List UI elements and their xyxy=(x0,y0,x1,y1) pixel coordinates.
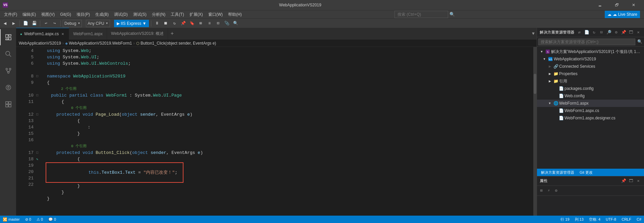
collapse-namespace[interactable]: □ xyxy=(36,74,38,78)
status-lang[interactable]: C# xyxy=(634,216,644,223)
toolbar-btn-3[interactable]: ↻ xyxy=(171,20,178,27)
menu-build[interactable]: 生成(B) xyxy=(93,10,111,19)
menu-git[interactable]: Git(G) xyxy=(57,10,74,19)
save-button[interactable]: 💾 xyxy=(31,20,38,27)
menu-project[interactable]: 项目(P) xyxy=(74,10,93,19)
refresh-button[interactable]: ↻ xyxy=(591,30,597,36)
properties-button[interactable]: ⚙ xyxy=(613,30,619,36)
tree-packages-config[interactable]: 📄 packages.config xyxy=(537,85,644,92)
menu-edit[interactable]: 编辑(E) xyxy=(20,10,39,19)
menu-window[interactable]: 窗口(W) xyxy=(206,10,225,19)
status-crlf[interactable]: CRLF xyxy=(619,216,634,223)
prop-btn-3[interactable]: ⚙ xyxy=(553,188,559,194)
menu-test[interactable]: 测试(S) xyxy=(130,10,149,19)
status-col[interactable]: 列 13 xyxy=(572,216,586,223)
tree-web-config[interactable]: 📄 Web.config xyxy=(537,92,644,100)
toolbar-btn-4[interactable]: 📌 xyxy=(179,20,187,27)
show-all-files-button[interactable]: 📄 xyxy=(584,30,590,36)
collapse-all-button[interactable]: ⊟ xyxy=(598,30,604,36)
run-button[interactable]: ▶ IIS Express ▼ xyxy=(114,20,149,27)
toolbar-btn-5[interactable]: 🔖 xyxy=(188,20,196,27)
toolbar-btn-8[interactable]: ⊡ xyxy=(214,20,222,27)
undo-button[interactable]: ↩ xyxy=(42,20,50,27)
tree-connected-services[interactable]: ▶ 🔗 Connected Services xyxy=(537,63,644,70)
live-share-button[interactable]: ☁ ☁ Live Share xyxy=(605,11,640,18)
new-button[interactable]: 📄 xyxy=(22,20,29,27)
menu-view[interactable]: 视图(V) xyxy=(39,10,57,19)
tree-expand-webform[interactable]: ▼ xyxy=(547,101,552,106)
activity-debug[interactable] xyxy=(0,79,16,96)
code-content[interactable]: using System.Web; using System.Web.UI; u… xyxy=(42,47,533,223)
prop-btn-2[interactable]: ⚡ xyxy=(546,188,552,194)
tree-expand-ref[interactable]: ▶ xyxy=(547,78,552,84)
properties-pin[interactable]: 📌 xyxy=(621,178,627,184)
minimize-button[interactable]: 🗕 xyxy=(592,0,608,10)
collapse-btn1click[interactable]: □ xyxy=(36,151,38,155)
tab-add-button[interactable]: + xyxy=(168,28,177,40)
tree-expand-props[interactable]: ▶ xyxy=(547,71,552,76)
menu-analyze[interactable]: 分析(N) xyxy=(149,10,168,19)
tree-webform1-designer[interactable]: 📄 WebForm1.aspx.designer.cs xyxy=(537,114,644,122)
forward-button[interactable]: ▶ xyxy=(10,20,17,27)
activity-search[interactable] xyxy=(0,46,16,62)
close-panel-button[interactable]: ✕ xyxy=(635,30,641,36)
config-dropdown[interactable]: Debug ▼ xyxy=(63,20,82,27)
toolbar-btn-6[interactable]: ⊞ xyxy=(197,20,204,27)
toolbar-btn-7[interactable]: ≡ xyxy=(206,20,213,27)
solution-explorer-tab[interactable]: 解决方案资源管理器 xyxy=(540,170,576,175)
redo-button[interactable]: ↪ xyxy=(51,20,58,27)
tab-close-aspx-cs[interactable]: ✕ xyxy=(61,32,65,36)
tab-overflow-button[interactable]: ▼ xyxy=(530,28,537,40)
tree-expand-solution[interactable]: ▼ xyxy=(539,49,544,54)
tab-webform1-aspx-cs[interactable]: ● WebForm1.aspx.cs ✕ xyxy=(16,28,69,40)
solution-search-input[interactable] xyxy=(538,39,635,45)
maximize-button[interactable]: 🗖 xyxy=(628,30,634,36)
platform-dropdown[interactable]: Any CPU ▼ xyxy=(86,20,110,27)
activity-explorer[interactable] xyxy=(0,29,16,45)
menu-extensions[interactable]: 扩展(X) xyxy=(187,10,206,19)
toolbar-btn-1[interactable]: ⏸ xyxy=(153,20,161,27)
status-git[interactable]: 🔀 master xyxy=(0,216,22,223)
status-messages[interactable]: 💬 0 xyxy=(46,216,59,223)
editor-scrollbar[interactable] xyxy=(533,47,537,223)
menu-tools[interactable]: 工具(T) xyxy=(168,10,186,19)
restore-button[interactable]: 🗗 xyxy=(609,0,625,10)
menu-file[interactable]: 文件(F) xyxy=(1,10,20,19)
close-button[interactable]: ✕ xyxy=(626,0,641,10)
tab-overview[interactable]: WebApplicationVS2019: 概述 xyxy=(107,28,168,40)
toolbar-btn-9[interactable]: 📎 xyxy=(223,20,230,27)
status-encoding[interactable]: UTF-8 xyxy=(603,216,619,223)
properties-close[interactable]: ✕ xyxy=(635,178,641,184)
collapse-pageload[interactable]: □ xyxy=(36,113,38,116)
back-button[interactable]: ◀ xyxy=(1,20,9,27)
toolbar-btn-10[interactable]: 🔍 xyxy=(232,20,239,27)
filter-button[interactable]: 🔎 xyxy=(606,30,612,36)
status-spaces[interactable]: 空格: 4 xyxy=(586,216,603,223)
sync-button[interactable]: ⇄ xyxy=(576,30,582,36)
breadcrumb-project[interactable]: WebApplicationVS2019 xyxy=(19,41,61,46)
breadcrumb-method[interactable]: ⬡ Button1_Click(object sender, EventArgs… xyxy=(136,41,216,46)
tree-root-solution[interactable]: ▼ S 解决方案'WebApplicationVS2019'(1 个项目/共 1… xyxy=(537,48,644,55)
status-ln[interactable]: 行 19 xyxy=(558,216,572,223)
git-changes-tab[interactable]: Git 更改 xyxy=(578,170,594,175)
status-errors[interactable]: ⊘ 0 xyxy=(22,216,34,223)
properties-max[interactable]: 🗖 xyxy=(628,178,634,184)
search-input[interactable] xyxy=(394,11,448,18)
prop-btn-1[interactable]: ⊞ xyxy=(538,188,544,194)
breadcrumb-namespace[interactable]: ◈ WebApplicationVS2019.WebForm1 xyxy=(65,41,132,46)
activity-extensions[interactable] xyxy=(0,96,16,112)
tree-expand-cs[interactable]: ▶ xyxy=(547,64,552,69)
status-warnings[interactable]: ⚠ 0 xyxy=(34,216,46,223)
pin-button[interactable]: 📌 xyxy=(621,30,627,36)
tree-expand-project[interactable]: ▼ xyxy=(542,56,547,62)
tree-webform1-aspx[interactable]: ▼ 🌐 WebForm1.aspx xyxy=(537,100,644,107)
tree-project[interactable]: ▼ WA WebApplicationVS2019 xyxy=(537,55,644,63)
search-solution-icon[interactable]: 🔍 xyxy=(637,39,643,45)
tree-references[interactable]: ▶ 📁 引用 xyxy=(537,77,644,85)
menu-help[interactable]: 帮助(H) xyxy=(225,10,245,19)
activity-git[interactable] xyxy=(0,63,16,79)
toolbar-btn-2[interactable]: ⏹ xyxy=(162,20,169,27)
collapse-class[interactable]: □ xyxy=(36,94,38,97)
tree-properties[interactable]: ▶ 📁 Properties xyxy=(537,70,644,77)
menu-debug[interactable]: 调试(D) xyxy=(111,10,130,19)
